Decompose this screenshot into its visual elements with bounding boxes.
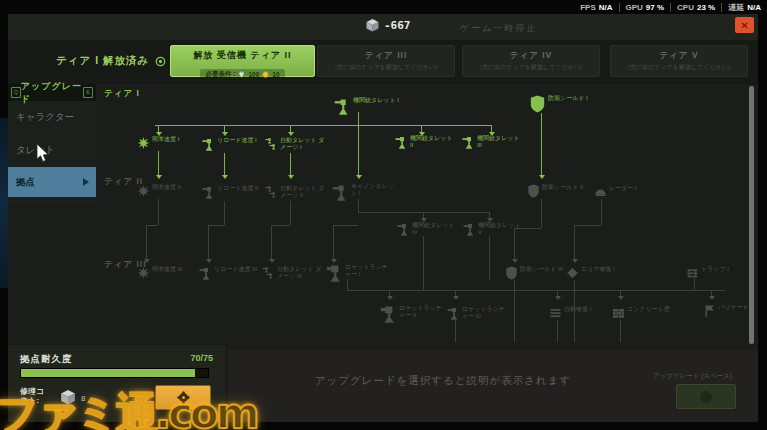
- tree-node[interactable]: 機関銃タレット IV: [397, 222, 410, 236]
- tree-node[interactable]: バリケード I: [703, 304, 716, 318]
- tree-connector: [514, 280, 515, 342]
- tree-node[interactable]: 照準速度 I: [137, 136, 150, 150]
- tree-node[interactable]: 機関銃タレット V: [463, 222, 476, 236]
- tree-connector-arrow: [555, 296, 561, 300]
- turret-icon: [202, 137, 215, 151]
- turret-icon: [462, 135, 475, 149]
- gear-icon: [566, 266, 579, 280]
- tree-connector-arrow: [288, 132, 294, 136]
- tree-connector: [333, 225, 358, 226]
- tree-node-label: ロケットランチャー III: [462, 306, 508, 319]
- tree-node[interactable]: コンクリート壁: [612, 306, 625, 320]
- tree-connector: [290, 153, 291, 175]
- tree-node[interactable]: 自動修復 I: [549, 306, 562, 320]
- rocket-icon: [326, 264, 343, 282]
- tree-node[interactable]: 自動タレット ダメージ III: [262, 266, 275, 280]
- tree-node[interactable]: トラップ I: [686, 266, 699, 280]
- tree-node[interactable]: 機関銃タレット III: [462, 135, 475, 149]
- tree-connector: [224, 201, 225, 225]
- turret2-icon: [265, 137, 278, 151]
- tree-node-label: トラップ I: [701, 266, 747, 273]
- tree-connector: [208, 225, 209, 259]
- tree-connector: [620, 320, 621, 342]
- tree-node[interactable]: 防衛シールド I: [529, 95, 546, 113]
- tree-connector: [271, 225, 272, 259]
- tree-node-label: 自動タレット ダメージ III: [277, 266, 323, 279]
- tree-node[interactable]: 照準速度 III: [137, 266, 150, 280]
- tree-node[interactable]: リロード速度 II: [202, 185, 215, 199]
- turret-icon: [199, 266, 212, 280]
- tree-node-label: コンクリート壁: [627, 306, 673, 313]
- tree-connector: [423, 236, 424, 290]
- burst-icon: [137, 184, 150, 198]
- turret-icon: [397, 222, 410, 236]
- tree-node[interactable]: ロケットランチャー III: [447, 306, 460, 320]
- tree-node[interactable]: 照準速度 II: [137, 184, 150, 198]
- tree-connector-arrow: [206, 259, 212, 263]
- tree-node[interactable]: 自動タレット ダメージ I: [265, 137, 278, 151]
- tree-connector: [358, 212, 490, 213]
- tree-node-label: リロード速度 I: [217, 137, 263, 144]
- tree-scrollbar[interactable]: [749, 86, 754, 344]
- tree-node[interactable]: リロード速度 I: [202, 137, 215, 151]
- shield-icon: [527, 184, 540, 198]
- tree-connector: [347, 279, 348, 290]
- turret-icon: [463, 222, 476, 236]
- tree-connector-arrow: [709, 296, 715, 300]
- tree-connector: [158, 199, 159, 225]
- tree-node-label: ロケットランチャー II: [399, 305, 445, 318]
- tree-connector-arrow: [331, 259, 337, 263]
- tree-node[interactable]: ロケットランチャー I: [326, 264, 343, 282]
- tree-node-label: 機関銃タレット V: [478, 222, 524, 235]
- tree-node[interactable]: 機関銃タレット I: [334, 97, 351, 115]
- tree-node[interactable]: 自動タレット ダメージ II: [265, 185, 278, 199]
- lines-icon: [549, 306, 562, 320]
- tree-node[interactable]: 防衛シールド III: [505, 266, 518, 280]
- tree-connector-arrow: [453, 296, 459, 300]
- upgrade-tree: ティア Iティア IIティア III機関銃タレット I防衛シールド I照準速度 …: [0, 0, 767, 430]
- tree-connector: [358, 126, 359, 176]
- tree-node-label: 照準速度 II: [152, 184, 198, 191]
- tree-node-label: 機関銃タレット III: [477, 135, 523, 148]
- tree-connector-arrow: [539, 175, 545, 179]
- turret2-icon: [265, 185, 278, 199]
- tree-node-label: 防衛シールド II: [542, 184, 588, 191]
- tree-node[interactable]: キャノンタレット I: [332, 183, 349, 201]
- tree-node-label: 機関銃タレット IV: [412, 222, 458, 235]
- tree-node[interactable]: 機関銃タレット II: [395, 135, 408, 149]
- tree-connector: [290, 201, 291, 225]
- tree-connector: [601, 199, 602, 225]
- tree-node-label: 防衛シールド III: [520, 266, 566, 273]
- tree-connector-arrow: [269, 259, 275, 263]
- tree-node-label: 照準速度 III: [152, 266, 198, 273]
- tree-node-label: 照準速度 I: [152, 136, 198, 143]
- tree-node[interactable]: エリア修復 I: [566, 266, 579, 280]
- tree-connector: [489, 236, 490, 280]
- tree-node-label: 自動タレット ダメージ II: [280, 185, 326, 198]
- tree-connector: [158, 151, 159, 175]
- tree-connector: [146, 225, 147, 259]
- tree-connector-arrow: [512, 259, 518, 263]
- shield-icon: [505, 266, 518, 280]
- tree-node-label: 機関銃タレット II: [410, 135, 456, 148]
- tree-node[interactable]: 防衛シールド II: [527, 184, 540, 198]
- tree-node[interactable]: ロケットランチャー II: [380, 305, 397, 323]
- tree-connector: [333, 225, 334, 259]
- turret-icon: [332, 183, 349, 201]
- game-screen: FPSN/A GPU97 % CPU23 % 遅延N/A -667 ゲーム一時停…: [0, 0, 767, 430]
- tree-node[interactable]: リロード速度 III: [199, 266, 212, 280]
- tree-node[interactable]: レーダー I: [594, 185, 607, 199]
- tree-node-label: リロード速度 III: [214, 266, 260, 273]
- tree-node-label: リロード速度 II: [217, 185, 263, 192]
- tree-connector: [455, 320, 456, 342]
- tree-connector-arrow: [222, 132, 228, 136]
- tree-node-label: レーダー I: [609, 185, 655, 192]
- tree-connector: [146, 225, 158, 226]
- turret-icon: [334, 97, 351, 115]
- dome-icon: [594, 185, 607, 199]
- tree-node-label: キャノンタレット I: [351, 183, 397, 196]
- wall-icon: [612, 306, 625, 320]
- tree-node-label: 自動タレット ダメージ I: [280, 137, 326, 150]
- burst-icon: [137, 136, 150, 150]
- tree-connector: [541, 199, 542, 228]
